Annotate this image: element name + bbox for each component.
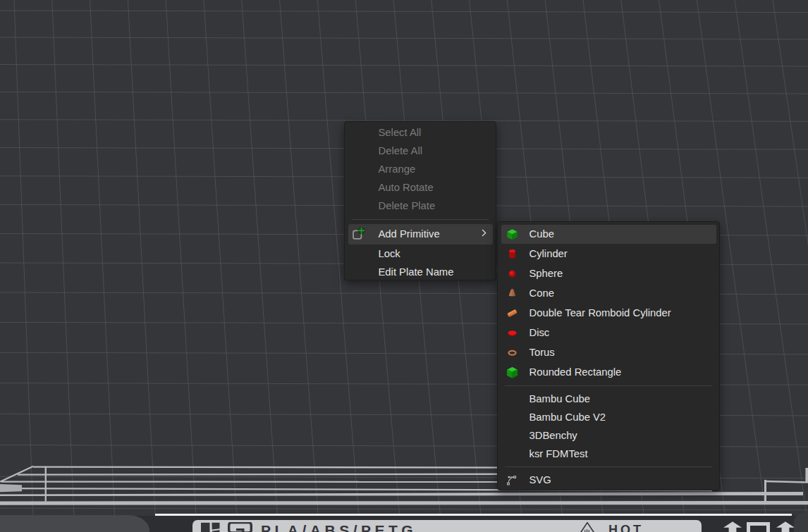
menu-item-label: Bambu Cube V2 [530, 412, 606, 423]
submenu-item-cone[interactable]: Cone [498, 283, 719, 303]
submenu-item-torus[interactable]: Torus [498, 342, 719, 362]
menu-separator [498, 463, 719, 470]
add-primitive-submenu: Cube Cylinder Sphere Cone Double Tear Ro… [497, 221, 720, 490]
menu-item-label: Cylinder [530, 248, 568, 259]
menu-item-label: Cube [530, 228, 554, 240]
plate-brand-label: PLA/ABS/PETG HOT [192, 520, 702, 532]
submenu-item-rounded-rectangle[interactable]: Rounded Rectangle [498, 362, 719, 382]
add-primitive-icon [351, 227, 365, 241]
plate-front-corner-left [0, 515, 149, 532]
heat-warning-triangle-icon [579, 521, 596, 532]
menu-item-label: ksr FDMTest [530, 448, 588, 459]
cylinder-icon [506, 248, 518, 260]
submenu-item-bambu-cube-v2[interactable]: Bambu Cube V2 [498, 408, 719, 426]
submenu-item-cube[interactable]: Cube [498, 224, 719, 244]
submenu-item-sphere[interactable]: Sphere [498, 264, 719, 283]
menu-item-label: SVG [530, 474, 551, 485]
menu-item-label: Add Primitive [379, 228, 440, 240]
menu-item-label: Auto Rotate [379, 182, 434, 193]
menu-item-edit-plate-name[interactable]: Edit Plate Name [345, 263, 496, 281]
menu-item-label: Arrange [379, 163, 416, 175]
chevron-right-icon [478, 228, 489, 241]
svg-bezier-icon [506, 474, 518, 486]
plate-material-text: PLA/ABS/PETG [261, 523, 417, 532]
plate-context-menu: Select AllDelete AllArrangeAuto RotateDe… [344, 121, 496, 280]
menu-item-add-primitive[interactable]: Add Primitive [345, 223, 496, 245]
menu-item-label: Edit Plate Name [379, 266, 454, 278]
menu-item-label: Rounded Rectangle [530, 366, 622, 378]
submenu-item-svg[interactable]: SVG [498, 470, 719, 490]
plate-front-corner-right [794, 513, 808, 532]
menu-item-label: Bambu Cube [530, 393, 590, 404]
menu-item-lock[interactable]: Lock [345, 245, 496, 263]
menu-item-arrange: Arrange [345, 160, 496, 178]
menu-item-label: Select All [379, 127, 422, 138]
menu-item-label: Cone [530, 287, 554, 299]
submenu-item-cylinder[interactable]: Cylinder [498, 244, 719, 264]
submenu-item-3dbenchy[interactable]: 3DBenchy [498, 426, 719, 445]
viewport-3d[interactable]: PLA/ABS/PETG HOT Select AllDelete AllArr… [0, 0, 808, 532]
menu-item-label: Double Tear Romboid Cylinder [530, 307, 671, 318]
submenu-item-disc[interactable]: Disc [498, 323, 719, 342]
submenu-item-double-tear-romboid-cylinder[interactable]: Double Tear Romboid Cylinder [498, 303, 719, 323]
menu-item-label: Delete Plate [379, 200, 436, 211]
cube-icon [506, 228, 518, 240]
bambu-logo-icon [201, 522, 263, 532]
menu-item-label: 3DBenchy [530, 430, 577, 441]
menu-separator [345, 215, 496, 223]
plate-hot-text: HOT [608, 524, 644, 532]
submenu-item-ksr-fdmtest[interactable]: ksr FDMTest [498, 445, 719, 463]
menu-item-label: Disc [530, 327, 550, 338]
menu-item-select-all: Select All [345, 123, 496, 142]
menu-item-label: Torus [530, 347, 555, 358]
submenu-item-bambu-cube[interactable]: Bambu Cube [498, 390, 719, 408]
menu-separator [498, 382, 719, 390]
rounded-rectangle-icon [506, 366, 518, 378]
menu-item-delete-plate: Delete Plate [345, 197, 496, 215]
plate-front-highlight-line [155, 514, 792, 516]
menu-item-label: Sphere [530, 268, 563, 279]
cone-icon [506, 287, 518, 299]
disc-icon [506, 327, 518, 339]
romboid-cylinder-icon [506, 307, 518, 319]
menu-item-delete-all: Delete All [345, 142, 496, 160]
menu-item-label: Delete All [379, 145, 423, 156]
menu-item-auto-rotate: Auto Rotate [345, 178, 496, 197]
menu-item-label: Lock [379, 248, 400, 259]
sphere-icon [506, 268, 518, 280]
torus-icon [506, 347, 518, 359]
